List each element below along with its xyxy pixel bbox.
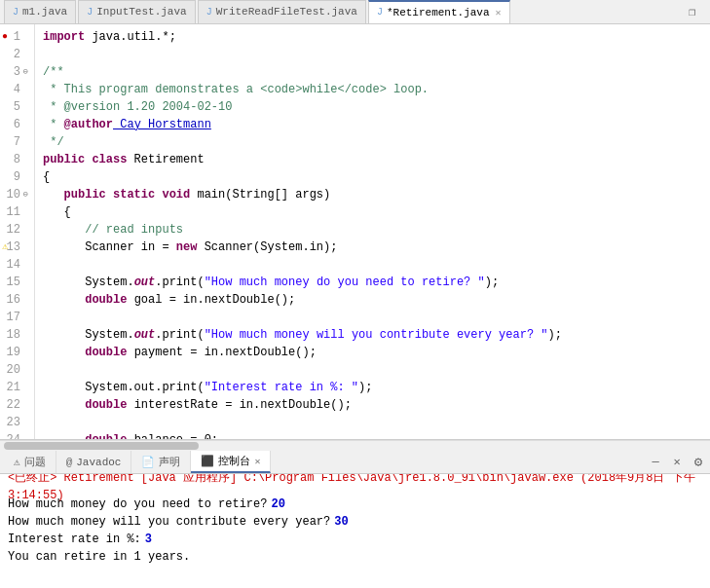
tab-icon-inputtest: J — [87, 7, 93, 18]
tab-icon-m1: J — [13, 7, 19, 18]
tab-icon-retirement: J — [377, 7, 383, 18]
panel-tab-javadoc[interactable]: @ Javadoc — [56, 451, 132, 473]
editor-container: 1 2 3⊖ 4 5 6 7 8 9 10⊖ 11 12 13 14 15 16… — [0, 24, 710, 440]
line-num-22: 22 — [0, 396, 26, 414]
code-line-20 — [43, 361, 702, 379]
tab-close-retirement[interactable]: ✕ — [496, 7, 502, 18]
tab-inputtest[interactable]: J InputTest.java — [78, 0, 195, 23]
console-line-3: Interest rate in %: 3 — [8, 531, 702, 548]
code-line-18: System.out.print("How much money will yo… — [43, 326, 702, 344]
horizontal-scrollbar[interactable] — [0, 440, 710, 451]
tab-icon-writeread: J — [206, 7, 212, 18]
close-panel-button[interactable]: ✕ — [669, 455, 685, 470]
code-line-17 — [43, 309, 702, 326]
console-value-3: 3 — [145, 531, 152, 548]
line-num-5: 5 — [0, 98, 26, 116]
code-line-4: * This program demonstrates a <code>whil… — [43, 81, 702, 98]
console-prompt-1: How much money do you need to retire? — [8, 496, 267, 513]
tab-label-m1: m1.java — [22, 6, 67, 18]
code-line-6: * @author Cay Horstmann — [43, 116, 702, 133]
problems-icon: ⚠ — [14, 456, 20, 468]
javadoc-icon: @ — [66, 457, 73, 468]
code-line-5: * @version 1.20 2004-02-10 — [43, 98, 702, 116]
console-result: You can retire in 1 years. — [8, 548, 190, 566]
tab-writeread[interactable]: J WriteReadFileTest.java — [198, 0, 366, 23]
minimize-panel-button[interactable]: — — [648, 455, 663, 470]
code-line-10: public static void main(String[] args) — [43, 186, 702, 203]
line-num-3: 3⊖ — [0, 63, 26, 81]
code-line-14 — [43, 256, 702, 274]
panel-tab-console[interactable]: ⬛ 控制台 ✕ — [191, 451, 271, 473]
line-num-15: 15 — [0, 274, 26, 291]
line-num-16: 16 — [0, 291, 26, 309]
line-num-7: 7 — [0, 133, 26, 151]
declaration-icon: 📄 — [141, 456, 155, 468]
console-line-2: How much money will you contribute every… — [8, 513, 702, 531]
code-line-15: System.out.print("How much money do you … — [43, 274, 702, 291]
console-terminated-line: <已终止> Retirement [Java 应用程序] C:\Program … — [8, 478, 702, 496]
line-num-9: 9 — [0, 168, 26, 186]
code-line-13: Scanner in = new Scanner(System.in); — [43, 239, 702, 256]
line-num-10: 10⊖ — [0, 186, 26, 203]
bottom-panel: ⚠ 问题 @ Javadoc 📄 声明 ⬛ 控制台 ✕ — — [0, 451, 710, 588]
code-line-24: double balance = 0; — [43, 431, 702, 439]
line-num-13: 13 — [0, 239, 26, 256]
tab-label-retirement: *Retirement.java — [387, 7, 490, 18]
line-num-23: 23 — [0, 414, 26, 431]
window-controls: ❐ — [689, 5, 710, 18]
line-num-1: 1 — [0, 28, 26, 46]
line-num-12: 12 — [0, 221, 26, 239]
declaration-label: 声明 — [159, 455, 180, 469]
panel-tabs: ⚠ 问题 @ Javadoc 📄 声明 ⬛ 控制台 ✕ — — [0, 451, 710, 474]
code-line-9: { — [43, 168, 702, 186]
code-line-21: System.out.print("Interest rate in %: ")… — [43, 379, 702, 396]
code-line-19: double payment = in.nextDouble(); — [43, 344, 702, 361]
tab-retirement[interactable]: J *Retirement.java ✕ — [368, 0, 510, 23]
console-prompt-3: Interest rate in %: — [8, 531, 141, 548]
tab-bar: J m1.java J InputTest.java J WriteReadFi… — [0, 0, 710, 24]
console-line-4: You can retire in 1 years. — [8, 548, 702, 566]
panel-tab-problems[interactable]: ⚠ 问题 — [4, 451, 56, 473]
code-line-7: */ — [43, 133, 702, 151]
line-num-8: 8 — [0, 151, 26, 168]
code-line-16: double goal = in.nextDouble(); — [43, 291, 702, 309]
tab-label-inputtest: InputTest.java — [96, 6, 186, 18]
console-area: <已终止> Retirement [Java 应用程序] C:\Program … — [0, 474, 710, 588]
console-icon: ⬛ — [201, 455, 214, 467]
line-numbers: 1 2 3⊖ 4 5 6 7 8 9 10⊖ 11 12 13 14 15 16… — [0, 24, 35, 439]
console-label: 控制台 — [218, 454, 250, 468]
code-line-3: /** — [43, 63, 702, 81]
line-num-6: 6 — [0, 116, 26, 133]
line-num-21: 21 — [0, 379, 26, 396]
code-line-11: { — [43, 203, 702, 221]
app-container: J m1.java J InputTest.java J WriteReadFi… — [0, 0, 710, 588]
code-line-22: double interestRate = in.nextDouble(); — [43, 396, 702, 414]
line-num-14: 14 — [0, 256, 26, 274]
scroll-thumb[interactable] — [4, 442, 199, 450]
line-num-18: 18 — [0, 326, 26, 344]
panel-controls: — ✕ ⚙ — [648, 455, 706, 470]
line-num-24: 24 — [0, 431, 26, 440]
console-value-2: 30 — [334, 513, 348, 531]
javadoc-label: Javadoc — [76, 457, 121, 468]
code-line-23 — [43, 414, 702, 431]
console-prompt-2: How much money will you contribute every… — [8, 513, 330, 531]
restore-button[interactable]: ❐ — [689, 5, 702, 18]
console-close-x[interactable]: ✕ — [254, 456, 260, 467]
code-line-8: public class Retirement — [43, 151, 702, 168]
line-num-19: 19 — [0, 344, 26, 361]
line-num-17: 17 — [0, 309, 26, 326]
tab-label-writeread: WriteReadFileTest.java — [216, 6, 357, 18]
code-area[interactable]: import java.util.*; /** * This program d… — [35, 24, 710, 439]
code-line-12: // read inputs — [43, 221, 702, 239]
code-line-2 — [43, 46, 702, 63]
code-line-1: import java.util.*; — [43, 28, 702, 46]
line-num-11: 11 — [0, 203, 26, 221]
tab-m1[interactable]: J m1.java — [4, 0, 76, 23]
console-value-1: 20 — [271, 496, 284, 513]
line-num-2: 2 — [0, 46, 26, 63]
line-num-4: 4 — [0, 81, 26, 98]
panel-tab-declaration[interactable]: 📄 声明 — [131, 451, 191, 473]
settings-panel-button[interactable]: ⚙ — [691, 455, 706, 470]
tabs: J m1.java J InputTest.java J WriteReadFi… — [4, 0, 512, 23]
